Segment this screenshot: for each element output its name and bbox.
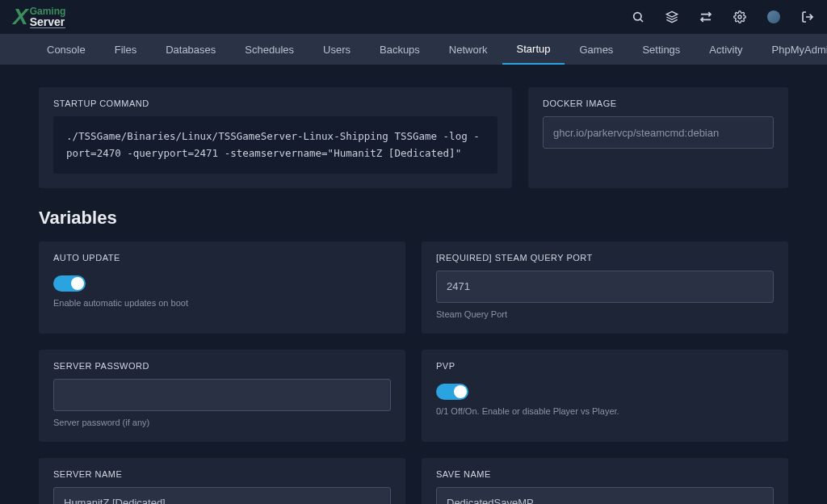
server-name-card: SERVER NAME HumanitZ [Dedicated] [39,458,405,505]
pvp-hint: 0/1 Off/On. Enable or disable Player vs … [436,406,774,416]
logout-icon[interactable] [801,10,814,23]
variables-heading: Variables [39,208,788,229]
top-icons [632,10,814,23]
query-port-input[interactable]: 2471 [436,271,774,303]
nav-files[interactable]: Files [100,34,151,65]
settings-icon[interactable] [733,10,746,23]
layers-icon[interactable] [665,10,678,23]
server-password-card: SERVER PASSWORD Server password (if any) [39,350,405,442]
transfer-icon[interactable] [699,10,712,23]
save-name-input[interactable]: DedicatedSaveMP [436,487,774,505]
pvp-card: PVP 0/1 Off/On. Enable or disable Player… [422,350,788,442]
topbar: X Gaming Server [0,0,827,34]
logo-gaming: Gaming [30,6,66,16]
server-password-title: SERVER PASSWORD [39,350,405,379]
nav-settings[interactable]: Settings [628,34,695,65]
server-name-title: SERVER NAME [39,458,405,487]
query-port-card: [REQUIRED] STEAM QUERY PORT 2471 Steam Q… [422,242,788,334]
navbar: ConsoleFilesDatabasesSchedulesUsersBacku… [0,34,827,65]
server-password-input[interactable] [53,379,391,411]
logo[interactable]: X Gaming Server [13,4,65,30]
auto-update-hint: Enable automatic updates on boot [53,298,391,308]
content: STARTUP COMMAND ./TSSGame/Binaries/Linux… [0,65,827,504]
logo-server: Server [30,16,66,28]
svg-point-2 [738,15,741,19]
nav-activity[interactable]: Activity [695,34,757,65]
nav-backups[interactable]: Backups [365,34,434,65]
nav-network[interactable]: Network [434,34,502,65]
startup-command-value: ./TSSGame/Binaries/Linux/TSSGameServer-L… [53,116,497,174]
nav-games[interactable]: Games [565,34,628,65]
server-password-hint: Server password (if any) [53,418,391,427]
nav-startup[interactable]: Startup [502,34,565,65]
logo-mark: X [13,4,28,30]
search-icon[interactable] [632,10,644,23]
pvp-toggle[interactable] [436,384,468,400]
svg-line-1 [640,19,643,22]
auto-update-card: AUTO UPDATE Enable automatic updates on … [39,242,405,334]
auto-update-toggle[interactable] [53,275,86,292]
startup-command-card: STARTUP COMMAND ./TSSGame/Binaries/Linux… [39,87,512,188]
docker-image-input[interactable]: ghcr.io/parkervcp/steamcmd:debian [543,116,774,149]
startup-command-title: STARTUP COMMAND [39,87,512,116]
nav-databases[interactable]: Databases [151,34,230,65]
nav-schedules[interactable]: Schedules [230,34,309,65]
nav-phpmyadmin[interactable]: PhpMyAdmin [758,34,827,65]
query-port-hint: Steam Query Port [436,309,774,319]
pvp-title: PVP [422,350,788,379]
nav-users[interactable]: Users [309,34,365,65]
svg-point-0 [634,13,641,20]
nav-console[interactable]: Console [32,34,100,65]
globe-icon[interactable] [767,10,780,23]
save-name-title: SAVE NAME [422,458,788,487]
query-port-title: [REQUIRED] STEAM QUERY PORT [422,242,788,271]
auto-update-title: AUTO UPDATE [39,242,405,271]
docker-image-title: DOCKER IMAGE [528,87,788,116]
save-name-card: SAVE NAME DedicatedSaveMP [422,458,788,505]
server-name-input[interactable]: HumanitZ [Dedicated] [53,487,391,505]
docker-image-card: DOCKER IMAGE ghcr.io/parkervcp/steamcmd:… [528,87,788,188]
